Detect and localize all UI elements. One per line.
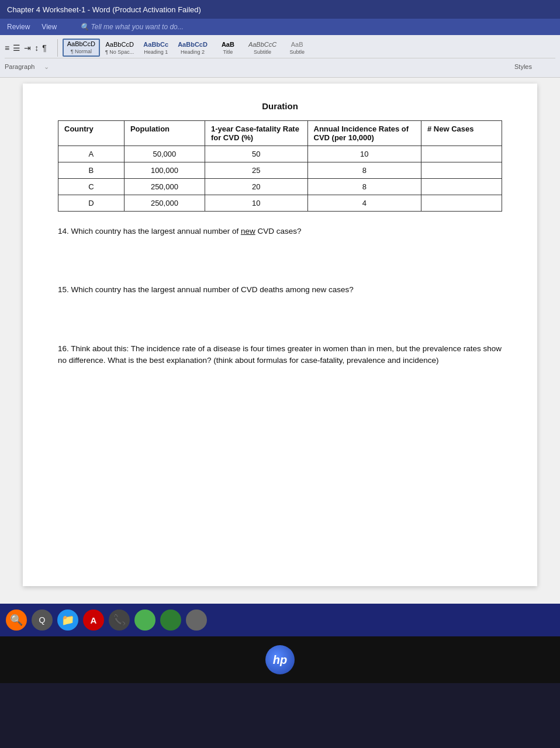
gray-icon[interactable] [186,610,207,631]
acrobat-icon[interactable]: A [83,610,104,631]
style-normal-label: ¶ Normal [71,49,92,54]
sort-icon[interactable]: ↕ [34,43,39,53]
cvd-table: Country Population 1-year Case-fatality … [58,120,502,212]
question-15: 15. Which country has the largest annual… [58,284,502,296]
title-bar: Chapter 4 Worksheet-1 - Word (Product Ac… [0,0,560,19]
style-h1-preview: AaBbCc [143,41,168,48]
col-header-population: Population [124,121,205,146]
cell-incidence: 10 [307,146,421,162]
question-14: 14. Which country has the largest annual… [58,226,502,237]
style-nospace-preview: AaBbCcD [106,41,134,48]
menu-bar: Review View 🔍 Tell me what you want to d… [0,19,560,35]
style-subtitle-preview: AaBbCcC [248,41,276,48]
title-text: Chapter 4 Worksheet-1 - Word (Product Ac… [7,5,201,14]
cell-incidence: 8 [307,179,421,195]
ribbon-divider [57,39,58,57]
pilcrow-icon[interactable]: ¶ [42,43,47,53]
cell-incidence: 4 [307,195,421,212]
menu-view[interactable]: View [42,23,57,31]
paragraph-label: Paragraph [5,63,34,70]
style-heading2[interactable]: AaBbCcD Heading 2 [174,40,212,57]
table-body: A 50,000 50 10 B 100,000 25 8 C 250,000 … [58,146,502,212]
style-h2-preview: AaBbCcD [178,41,208,48]
taskbar: 🔍 Q 📁 A 📞 [0,604,560,636]
col-header-incidence: Annual Incidence Rates of CVD (per 10,00… [307,121,421,146]
cell-country: D [58,195,125,212]
style-title[interactable]: AaB Title [213,40,243,57]
styles-group: AaBbCcD ¶ Normal AaBbCcD ¶ No Spac... Aa… [63,39,312,57]
q14-answer-space [58,255,502,284]
cell-newcases [421,195,502,212]
cell-cfr: 50 [205,146,307,162]
ribbon-styles-row: ≡ ☰ ⇥ ↕ ¶ AaBbCcD ¶ Normal AaBbCcD ¶ No … [5,37,555,58]
cell-population: 250,000 [124,179,205,195]
q15-text: 15. Which country has the largest annual… [58,285,354,294]
col-header-country: Country [58,121,125,146]
ribbon-paragraph-icons: ≡ ☰ ⇥ ↕ ¶ [5,43,47,53]
document-area: Duration Country Population 1-year Case-… [0,78,560,604]
style-subtle-label: Subtle [289,49,305,55]
style-subtitle-label: Subtitle [254,49,271,55]
style-h2-label: Heading 2 [181,49,205,55]
cell-country: C [58,179,125,195]
style-heading1[interactable]: AaBbCc Heading 1 [139,40,172,57]
cell-population: 50,000 [124,146,205,162]
cell-cfr: 20 [205,179,307,195]
phone-icon[interactable]: 📞 [109,610,130,631]
style-subtle-preview: AaB [291,41,303,48]
paragraph-expand[interactable]: ⌄ [44,63,49,71]
col-header-cfr: 1-year Case-fatality Rate for CVD (%) [205,121,307,146]
document-page: Duration Country Population 1-year Case-… [23,84,537,586]
ribbon: ≡ ☰ ⇥ ↕ ¶ AaBbCcD ¶ Normal AaBbCcD ¶ No … [0,35,560,78]
cortana-icon[interactable]: Q [32,610,53,631]
ribbon-labels-row: Paragraph ⌄ Styles [5,58,555,75]
table-row: C 250,000 20 8 [58,179,502,195]
bottom-bar: hp [0,636,560,683]
table-header-row: Country Population 1-year Case-fatality … [58,121,502,146]
q14-underline: new [241,227,255,236]
style-h1-label: Heading 1 [144,49,168,55]
q15-answer-space [58,314,502,343]
style-title-preview: AaB [222,41,234,48]
question-16: 16. Think about this: The incidence rate… [58,343,502,367]
start-icon[interactable]: 🔍 [6,610,27,631]
cell-newcases [421,179,502,195]
cell-newcases [421,146,502,162]
style-nospace[interactable]: AaBbCcD ¶ No Spac... [101,40,138,57]
menu-review[interactable]: Review [7,23,30,31]
table-row: B 100,000 25 8 [58,162,502,179]
style-nospace-label: ¶ No Spac... [105,49,134,55]
green-icon[interactable] [134,610,155,631]
table-row: D 250,000 10 4 [58,195,502,212]
style-subtitle[interactable]: AaBbCcC Subtitle [244,40,281,57]
hp-logo: hp [265,645,295,674]
style-normal[interactable]: AaBbCcD ¶ Normal [63,39,100,57]
cell-incidence: 8 [307,162,421,179]
cell-population: 250,000 [124,195,205,212]
style-normal-preview: AaBbCcD [67,41,95,47]
dark-green-icon[interactable] [160,610,181,631]
style-title-label: Title [223,49,233,55]
q14-after: CVD cases? [255,227,302,236]
q14-num: 14. Which country has the largest annual… [58,227,241,236]
section-title: Duration [58,101,502,111]
cell-cfr: 10 [205,195,307,212]
q16-text: 16. Think about this: The incidence rate… [58,344,502,365]
styles-label: Styles [514,63,532,70]
indent-icon[interactable]: ≡ [5,43,9,53]
col-header-newcases: # New Cases [421,121,502,146]
style-subtle[interactable]: AaB Subtle [282,40,312,57]
table-row: A 50,000 50 10 [58,146,502,162]
cell-country: B [58,162,125,179]
cell-cfr: 25 [205,162,307,179]
file-explorer-icon[interactable]: 📁 [57,610,78,631]
cell-newcases [421,162,502,179]
cell-country: A [58,146,125,162]
list-icon[interactable]: ☰ [13,43,20,53]
cell-population: 100,000 [124,162,205,179]
indent2-icon[interactable]: ⇥ [24,43,31,53]
tell-me-input[interactable]: 🔍 Tell me what you want to do... [80,23,184,31]
